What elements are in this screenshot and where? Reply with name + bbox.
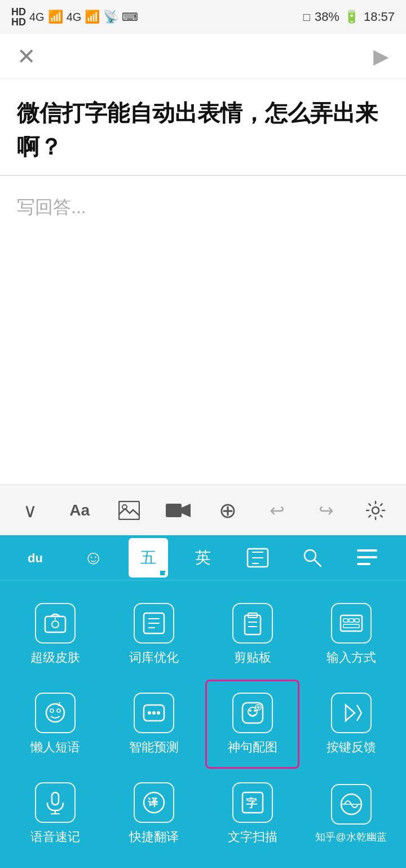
- svg-line-49: [357, 713, 361, 721]
- svg-rect-31: [343, 624, 359, 628]
- svg-rect-50: [52, 792, 59, 805]
- question-area: 微信打字能自动出表情，怎么弄出来啊？: [0, 79, 406, 176]
- kb-search-button[interactable]: [293, 538, 332, 578]
- svg-marker-47: [346, 705, 355, 721]
- battery-percent: 38%: [315, 10, 339, 24]
- smart-predict-label: 智能预测: [129, 739, 179, 756]
- svg-rect-2: [166, 504, 182, 517]
- image-button[interactable]: [112, 494, 146, 527]
- video-button[interactable]: [161, 494, 195, 527]
- wifi-icon: 📡: [103, 10, 118, 24]
- lazy-phrase-icon: z: [35, 693, 76, 733]
- kb-emoji-button[interactable]: ☺: [74, 538, 113, 578]
- font-button[interactable]: Aa: [63, 494, 96, 527]
- feature-super-skin[interactable]: 超级皮肤: [6, 592, 104, 677]
- send-button[interactable]: ▶: [373, 45, 389, 68]
- editor-toolbar: ∨ Aa ⊕ ↩ ↪: [0, 484, 406, 535]
- svg-point-34: [57, 709, 60, 712]
- question-text: 微信打字能自动出表情，怎么弄出来啊？: [17, 96, 389, 164]
- svg-point-37: [148, 711, 151, 715]
- close-button[interactable]: ✕: [17, 43, 36, 69]
- svg-text:译: 译: [148, 797, 158, 808]
- svg-line-48: [357, 705, 361, 713]
- super-skin-label: 超级皮肤: [30, 649, 80, 666]
- hd-icon: HDHD: [11, 7, 26, 27]
- svg-text:字: 字: [246, 797, 258, 809]
- feature-ocr[interactable]: 字 文字扫描: [203, 771, 302, 857]
- voice-note-label: 语音速记: [30, 829, 80, 845]
- feature-lazy-phrase[interactable]: z 懒人短语: [6, 677, 104, 771]
- status-left: HDHD 4G 📶 4G 📶 📡 ⌨: [11, 7, 138, 27]
- translate-label: 快捷翻译: [129, 829, 179, 845]
- keyboard-top-row: du ☺ 五 英: [0, 535, 406, 580]
- key-feedback-label: 按键反馈: [326, 739, 376, 756]
- kb-baidu-button[interactable]: du: [19, 538, 59, 578]
- kb-english-button[interactable]: 英: [183, 538, 223, 578]
- svg-rect-28: [343, 619, 348, 622]
- input-method-icon: [331, 603, 372, 644]
- svg-rect-27: [341, 615, 362, 631]
- clipboard-label: 剪贴板: [234, 649, 271, 666]
- settings-button[interactable]: [359, 494, 392, 527]
- svg-point-43: [254, 710, 256, 712]
- lazy-phrase-label: 懒人短语: [30, 739, 80, 756]
- input-method-label: 输入方式: [326, 649, 376, 666]
- kb-wubi-button[interactable]: 五: [129, 538, 168, 578]
- more-label: 知乎@水乾幽蓝: [315, 830, 386, 844]
- svg-line-12: [315, 560, 321, 566]
- more-icon: [331, 784, 372, 825]
- svg-rect-13: [357, 549, 377, 552]
- signal-bars-2: 📶: [85, 10, 100, 24]
- feature-clipboard[interactable]: 剪贴板: [203, 592, 302, 677]
- feature-voice-note[interactable]: 语音速记: [6, 771, 104, 857]
- super-skin-icon: [35, 603, 76, 644]
- voice-note-icon: [35, 782, 76, 823]
- ocr-icon: 字: [232, 782, 273, 823]
- kb-handwrite-button[interactable]: [238, 538, 277, 578]
- svg-point-11: [304, 550, 316, 561]
- svg-point-32: [46, 704, 64, 722]
- undo-button[interactable]: ↩: [260, 494, 294, 527]
- feature-smart-predict[interactable]: 智能预测: [104, 677, 203, 771]
- emoji-match-label: 神句配图: [228, 739, 277, 756]
- battery-icon: 🔋: [344, 10, 359, 24]
- status-bar: HDHD 4G 📶 4G 📶 📡 ⌨ □ 38% 🔋 18:57: [0, 0, 406, 34]
- feature-dict-optimize[interactable]: 词库优化: [104, 592, 203, 677]
- svg-rect-29: [349, 619, 354, 622]
- network-4g-2: 4G: [67, 11, 82, 24]
- signal-bars: 📶: [48, 10, 63, 24]
- svg-rect-0: [119, 501, 139, 519]
- network-4g: 4G: [29, 11, 45, 24]
- svg-rect-14: [357, 556, 377, 558]
- emoji-match-icon: [232, 693, 273, 733]
- top-action-bar: ✕ ▶: [0, 34, 406, 79]
- redo-button[interactable]: ↪: [310, 494, 343, 527]
- svg-rect-23: [245, 615, 261, 635]
- key-feedback-icon: [331, 693, 372, 733]
- kb-menu-button[interactable]: [347, 538, 387, 578]
- answer-placeholder: 写回答...: [17, 193, 389, 222]
- clipboard-icon: [232, 603, 273, 644]
- smart-predict-icon: [134, 693, 174, 733]
- keyboard-panel: du ☺ 五 英: [0, 535, 406, 868]
- svg-point-38: [152, 711, 156, 715]
- translate-icon: 译: [134, 782, 174, 823]
- feature-key-feedback[interactable]: 按键反馈: [302, 677, 400, 771]
- feature-input-method[interactable]: 输入方式: [302, 592, 400, 677]
- svg-rect-30: [355, 619, 359, 622]
- svg-marker-6: [161, 571, 166, 575]
- add-button[interactable]: ⊕: [211, 494, 245, 527]
- feature-grid: 超级皮肤 词库优化: [0, 580, 406, 868]
- collapse-button[interactable]: ∨: [14, 494, 47, 527]
- feature-emoji-match[interactable]: 神句配图: [205, 680, 299, 769]
- svg-text:du: du: [28, 551, 43, 565]
- feature-more[interactable]: 知乎@水乾幽蓝: [302, 771, 400, 857]
- svg-point-42: [249, 710, 251, 712]
- svg-text:z: z: [58, 700, 61, 708]
- svg-point-33: [50, 709, 54, 712]
- svg-point-17: [52, 621, 59, 628]
- answer-area[interactable]: 写回答...: [0, 176, 406, 484]
- ocr-label: 文字扫描: [228, 829, 277, 845]
- feature-translate[interactable]: 译 快捷翻译: [104, 771, 203, 857]
- svg-point-4: [372, 507, 379, 514]
